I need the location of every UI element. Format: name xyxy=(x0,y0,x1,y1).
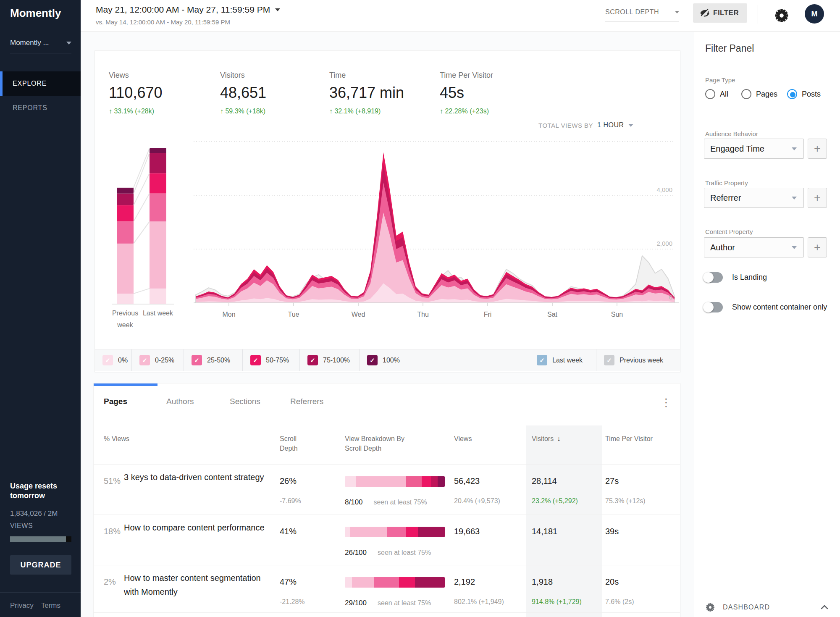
column-header-views[interactable]: Views xyxy=(454,434,472,444)
column-header-time-per-visitor[interactable]: Time Per Visitor xyxy=(605,434,653,444)
breakdown-segment xyxy=(415,577,445,588)
legend-item-50-75pct[interactable]: ✓50-75% xyxy=(243,349,300,371)
radio-all[interactable]: All xyxy=(705,89,728,99)
row-title[interactable]: How to compare content performance xyxy=(124,521,265,535)
row-views: 56,423 xyxy=(454,476,480,486)
radio-posts[interactable]: Posts xyxy=(787,89,821,99)
mini-bar-segment xyxy=(117,294,134,304)
column-header-visitors-label: Visitors xyxy=(532,435,554,442)
legend-spacer xyxy=(413,349,529,371)
usage-progress-bar xyxy=(10,536,71,542)
sort-desc-icon: ↓ xyxy=(557,435,561,443)
chart-interval-dropdown[interactable]: TOTAL VIEWS BY 1 HOUR xyxy=(538,121,633,129)
upgrade-button[interactable]: UPGRADE xyxy=(10,555,71,575)
toggle-label: Is Landing xyxy=(732,273,767,282)
legend-item-label: 0-25% xyxy=(155,357,174,364)
add-traffic-filter-button[interactable]: + xyxy=(808,188,827,208)
usage-title: Usage resets tomorrow xyxy=(10,481,65,500)
stat-label: Views xyxy=(109,71,162,80)
checkbox-checked-icon: ✓ xyxy=(102,355,113,365)
show-content-container-toggle[interactable]: Show content container only xyxy=(704,302,827,312)
row-scroll-depth-change: -7.69% xyxy=(280,497,301,505)
legend-item-75-100pct[interactable]: ✓75-100% xyxy=(300,349,360,371)
page-type-label: Page Type xyxy=(705,76,735,84)
add-content-filter-button[interactable]: + xyxy=(808,237,827,257)
checkbox-checked-icon: ✓ xyxy=(192,355,202,365)
add-audience-filter-button[interactable]: + xyxy=(808,139,827,159)
row-views: 2,192 xyxy=(454,577,475,587)
radio-label: Pages xyxy=(756,90,777,99)
chevron-down-icon xyxy=(628,124,633,127)
terms-link[interactable]: Terms xyxy=(41,601,60,610)
stat-block: Time Per Visitor45s↑ 22.28% (+23s) xyxy=(440,71,493,115)
select-value: Referrer xyxy=(710,193,741,203)
mini-bar-label-last-week: Last week xyxy=(143,310,173,317)
column-header-view-breakdown[interactable]: View Breakdown By Scroll Depth xyxy=(345,434,412,453)
stat-change: ↑ 33.1% (+28k) xyxy=(109,108,162,115)
gear-icon[interactable] xyxy=(774,8,789,23)
mini-bar-segment xyxy=(150,153,166,173)
traffic-property-select[interactable]: Referrer xyxy=(704,188,804,208)
row-scroll-depth-change: -21.28% xyxy=(280,598,305,606)
sidebar-item-reports[interactable]: REPORTS xyxy=(0,96,81,120)
radio-label: All xyxy=(720,90,728,99)
row-breakdown-bar xyxy=(345,527,445,537)
mini-bar-segment xyxy=(150,194,166,222)
stat-label: Time xyxy=(329,71,404,80)
dashboard-bar[interactable]: DASHBOARD xyxy=(694,597,840,617)
row-seen-score: 29/100 xyxy=(345,599,367,607)
audience-behavior-select[interactable]: Engaged Time xyxy=(704,139,804,159)
breakdown-segment xyxy=(345,476,356,487)
breakdown-segment xyxy=(418,527,445,537)
table-row[interactable]: 51%3 keys to data-driven content strateg… xyxy=(94,465,680,515)
mini-bar-segment xyxy=(117,194,134,205)
row-visitors: 28,114 xyxy=(532,476,557,486)
date-range-dropdown[interactable]: May 21, 12:00:00 AM - May 27, 11:59:59 P… xyxy=(96,5,280,15)
legend-item-100pct[interactable]: ✓100% xyxy=(360,349,413,371)
sidebar-item-explore[interactable]: EXPLORE xyxy=(0,71,81,96)
legend-item-0pct[interactable]: ✓0% xyxy=(95,349,132,371)
content-property-select[interactable]: Author xyxy=(704,237,804,257)
checkbox-checked-icon: ✓ xyxy=(250,355,261,365)
legend-item-last-week[interactable]: ✓Last week xyxy=(529,349,596,371)
row-views-pct: 2% xyxy=(104,577,116,587)
y-axis-tick-label: 0 xyxy=(669,294,672,301)
is-landing-toggle[interactable]: Is Landing xyxy=(704,272,767,283)
column-header-pct-views[interactable]: % Views xyxy=(104,434,129,444)
row-title[interactable]: How to master content segmentation with … xyxy=(124,571,265,599)
column-header-scroll-depth[interactable]: Scroll Depth xyxy=(280,434,313,453)
column-header-visitors[interactable]: Visitors↓ xyxy=(532,434,561,444)
row-seen-score: 26/100 xyxy=(345,549,367,557)
row-title[interactable]: 3 keys to data-driven content strategy xyxy=(124,470,265,484)
breakdown-segment xyxy=(399,577,415,588)
radio-circle xyxy=(705,89,715,99)
views-chart: MonTueWedThuFriSatSun02,0004,000Previous… xyxy=(95,135,681,332)
workspace-dropdown[interactable]: Momently ... xyxy=(10,39,71,53)
radio-pages[interactable]: Pages xyxy=(741,89,777,99)
table-row[interactable]: 18%How to compare content performance41%… xyxy=(94,515,680,565)
y-axis-tick-label: 4,000 xyxy=(656,186,672,193)
legend-item-0-25pct[interactable]: ✓0-25% xyxy=(132,349,184,371)
x-axis-day-label: Wed xyxy=(352,311,365,318)
chart-header-prefix: TOTAL VIEWS BY xyxy=(538,122,593,129)
breakdown-segment xyxy=(345,527,350,537)
gear-icon xyxy=(705,602,715,612)
table-row[interactable]: 2%How to master content segmentation wit… xyxy=(94,565,680,613)
legend-item-25-50pct[interactable]: ✓25-50% xyxy=(184,349,243,371)
metric-selector-dropdown[interactable]: SCROLL DEPTH xyxy=(605,8,679,21)
row-seen-note: seen at least 75% xyxy=(374,499,427,506)
row-time-per-visitor: 20s xyxy=(605,577,619,587)
row-time-per-visitor: 27s xyxy=(605,476,619,486)
filter-button[interactable]: FILTER xyxy=(693,3,747,23)
legend-item-label: 75-100% xyxy=(323,357,350,364)
page-type-radio-group: All Pages Posts xyxy=(694,89,840,102)
x-axis-day-label: Sat xyxy=(547,311,558,318)
usage-unit: VIEWS xyxy=(10,522,71,530)
legend-item-previous-week[interactable]: ✓Previous week xyxy=(596,349,680,371)
breakdown-segment xyxy=(350,527,387,537)
legend-item-label: Last week xyxy=(552,357,583,364)
avatar[interactable]: M xyxy=(805,4,824,24)
radio-circle xyxy=(741,89,751,99)
legend-item-label: 100% xyxy=(383,357,400,364)
privacy-link[interactable]: Privacy xyxy=(10,601,34,610)
